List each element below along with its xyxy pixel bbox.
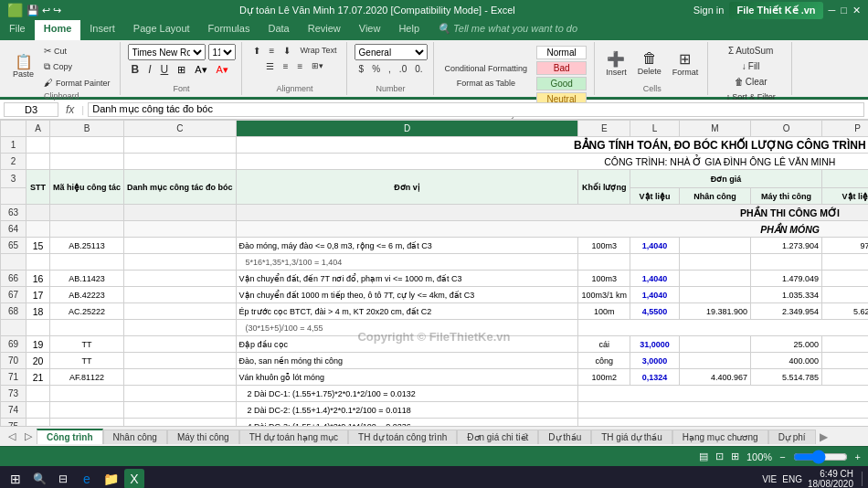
clipboard-group: 📋 Paste ✂Cut ⧉Copy 🖌Format Painter Clipb… — [4, 42, 121, 95]
sheet-nav-left[interactable]: ◁ — [4, 429, 20, 444]
format-painter-button[interactable]: 🖌Format Painter — [40, 76, 114, 90]
align-middle-button[interactable]: ≡ — [266, 44, 279, 58]
tab-page-layout[interactable]: Page Layout — [124, 20, 199, 40]
font-color-button[interactable]: A▾ — [213, 63, 232, 77]
cut-button[interactable]: ✂Cut — [40, 44, 114, 58]
style-bad[interactable]: Bad — [536, 61, 587, 75]
autosum-button[interactable]: Σ AutoSum — [725, 44, 777, 58]
sheet-tab-may-thi-cong[interactable]: Máy thi công — [167, 430, 239, 444]
editing-group: Σ AutoSum ↓ Fill 🗑 Clear ↕ Sort & Filter… — [710, 42, 792, 95]
taskview-icon[interactable]: ⊟ — [53, 469, 73, 488]
search-icon[interactable]: 🔍 — [29, 469, 49, 488]
format-as-table-button[interactable]: Format as Table — [441, 77, 532, 90]
tab-review[interactable]: Review — [299, 20, 350, 40]
fill-color-button[interactable]: A▾ — [191, 63, 210, 77]
table-row: 65 15 AB.25113 Đào móng, máy đào <= 0,8 … — [1, 238, 869, 254]
tab-home[interactable]: Home — [35, 20, 81, 40]
tab-tell-me[interactable]: 🔍 Tell me what you want to do — [429, 20, 587, 40]
row-num — [1, 254, 26, 271]
align-center-button[interactable]: ≡ — [280, 59, 292, 73]
view-layout-icon[interactable]: ⊡ — [715, 451, 724, 462]
row-num: 69 — [1, 336, 26, 353]
col-header-A[interactable]: A — [26, 121, 50, 137]
align-top-button[interactable]: ⬆ — [249, 44, 264, 58]
delete-button[interactable]: 🗑 Delete — [634, 48, 665, 78]
close-button[interactable]: ✕ — [852, 5, 861, 16]
sheet-tab-th-hang-muc[interactable]: TH dự toán hạng mục — [239, 430, 348, 444]
sheet-tab-nhan-cong[interactable]: Nhân công — [103, 430, 167, 444]
minimize-button[interactable]: ─ — [829, 5, 836, 16]
font-label: Font — [174, 84, 190, 93]
taskbar-date: 18/08/2020 — [808, 479, 853, 488]
wrap-text-button[interactable]: Wrap Text — [296, 44, 340, 58]
italic-button[interactable]: I — [144, 62, 154, 77]
col-header-L[interactable]: L — [630, 121, 680, 137]
bold-button[interactable]: B — [128, 62, 143, 77]
zoom-minus[interactable]: − — [779, 451, 785, 462]
copy-button[interactable]: ⧉Copy — [40, 59, 114, 74]
start-button[interactable]: ⊞ — [5, 469, 26, 488]
col-header-O[interactable]: O — [751, 121, 822, 137]
col-header-M[interactable]: M — [680, 121, 751, 137]
edge-icon[interactable]: e — [77, 469, 97, 488]
clear-button[interactable]: 🗑 Clear — [731, 75, 771, 89]
style-good[interactable]: Good — [536, 77, 587, 90]
font-size-select[interactable]: 11 — [208, 44, 236, 60]
sheet-nav-prev[interactable]: ▷ — [20, 429, 37, 444]
underline-button[interactable]: U — [157, 62, 173, 77]
sheet-tab-du-phi[interactable]: Dự phí — [768, 430, 816, 444]
view-normal-icon[interactable]: ▤ — [699, 451, 708, 462]
sheet-tab-cong-trinh[interactable]: Công trình — [37, 429, 103, 444]
title-bar: 🟩 💾 ↩ ↪ Dự toán Lê Văn Minh 17.07.2020 [… — [0, 0, 868, 20]
col-header-P[interactable]: P — [822, 121, 868, 137]
show-desktop-icon[interactable] — [859, 472, 863, 486]
sheet-tab-hang-muc-chuong[interactable]: Hạng mục chương — [672, 430, 768, 444]
style-normal[interactable]: Normal — [536, 46, 587, 59]
col-danhmuc-header: Danh mục công tác đo bóc — [124, 170, 237, 205]
border-button[interactable]: ⊞ — [174, 63, 189, 77]
tab-file[interactable]: File — [0, 20, 35, 40]
explorer-icon[interactable]: 📁 — [101, 469, 121, 488]
format-button[interactable]: ⊞ Format — [669, 48, 703, 79]
insert-button[interactable]: ➕ Insert — [602, 48, 630, 79]
font-name-select[interactable]: Times New Rom — [128, 44, 206, 60]
zoom-plus[interactable]: + — [855, 451, 861, 462]
col-header-E[interactable]: E — [578, 121, 630, 137]
tab-formulas[interactable]: Formulas — [199, 20, 259, 40]
cell-reference-input[interactable] — [4, 102, 58, 117]
decrease-decimal-button[interactable]: 0. — [411, 62, 426, 76]
tab-data[interactable]: Data — [259, 20, 298, 40]
zoom-slider[interactable] — [793, 450, 848, 464]
col-header-B[interactable]: B — [50, 121, 124, 137]
col-header-C[interactable]: C — [124, 121, 237, 137]
merge-center-button[interactable]: ⊞▾ — [308, 59, 327, 73]
number-format-select[interactable]: General — [355, 44, 428, 60]
tab-view[interactable]: View — [350, 20, 390, 40]
percent-button[interactable]: % — [368, 62, 384, 76]
signin-button[interactable]: Sign in — [693, 5, 725, 16]
sheet-tab-th-gia-du-thau[interactable]: TH giá dự thầu — [591, 430, 672, 444]
formula-input[interactable] — [88, 102, 864, 117]
align-bottom-button[interactable]: ⬇ — [280, 44, 294, 58]
table-row: 68 18 AC.25222 Ép trước cọc BTCT, đài > … — [1, 303, 869, 320]
col-header-D[interactable]: D — [236, 121, 578, 137]
currency-button[interactable]: $ — [355, 62, 368, 76]
excel-taskbar-icon[interactable]: X — [124, 469, 144, 488]
col-khoiluong: Khối lượng — [578, 170, 630, 205]
sheet-tab-du-thau[interactable]: Dự thầu — [538, 430, 591, 444]
view-break-icon[interactable]: ⊞ — [731, 451, 739, 462]
fill-button[interactable]: ↓ Fill — [738, 59, 764, 73]
spreadsheet-container[interactable]: A B C D E L M O P Q S T U V W X Y — [0, 120, 868, 426]
tab-help[interactable]: Help — [389, 20, 429, 40]
sheet-tab-don-gia-ct[interactable]: Đơn giá chi tiết — [457, 430, 538, 444]
conditional-formatting-button[interactable]: Conditional Formatting — [441, 62, 532, 75]
maximize-button[interactable]: □ — [841, 5, 847, 16]
sheet-tab-th-cong-trinh[interactable]: TH dự toán công trình — [348, 430, 457, 444]
paste-button[interactable]: 📋 Paste — [9, 53, 37, 80]
tab-insert[interactable]: Insert — [80, 20, 124, 40]
align-left-button[interactable]: ☰ — [262, 59, 278, 73]
align-right-button[interactable]: ≡ — [294, 59, 307, 73]
sheet-nav-right[interactable]: ▶ — [816, 430, 831, 443]
comma-button[interactable]: , — [385, 62, 395, 76]
increase-decimal-button[interactable]: .0 — [396, 62, 410, 76]
